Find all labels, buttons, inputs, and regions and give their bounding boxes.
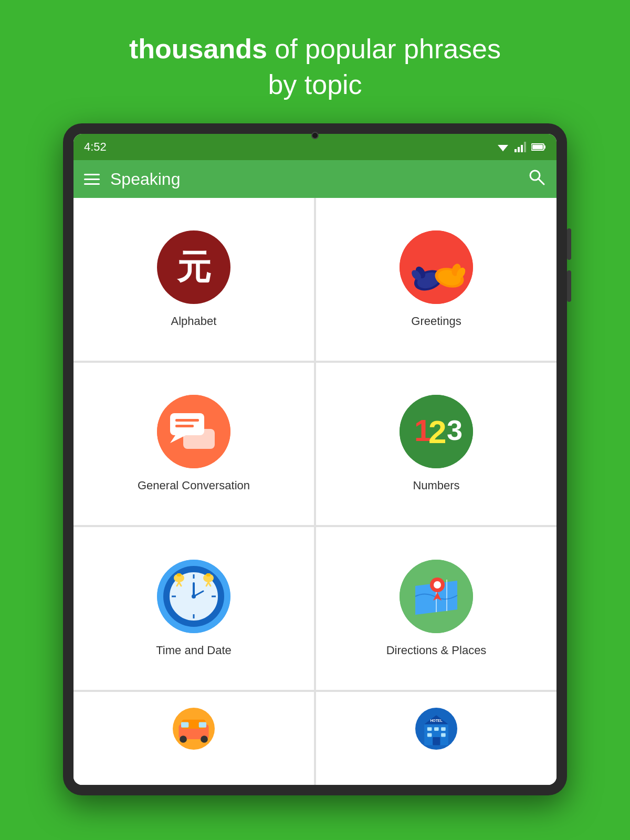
topic-general-conversation[interactable]: General Conversation [74, 363, 314, 526]
svg-text:2: 2 [428, 414, 446, 450]
hotel-icon-partial: HOTEL [400, 708, 473, 752]
status-icons [496, 142, 546, 152]
svg-point-57 [434, 581, 441, 589]
svg-rect-68 [427, 727, 432, 731]
directions-icon [400, 560, 473, 633]
side-buttons [567, 228, 571, 302]
header-bold-text: thousands [129, 34, 267, 64]
svg-rect-46 [177, 573, 181, 576]
conversation-icon [157, 395, 230, 468]
svg-point-13 [400, 230, 473, 304]
svg-rect-6 [524, 142, 526, 152]
topics-grid: 元 Alphabet [74, 198, 556, 785]
svg-rect-63 [181, 722, 188, 727]
directions-places-label: Directions & Places [386, 644, 487, 657]
wifi-icon [496, 142, 510, 152]
svg-point-43 [192, 594, 196, 598]
time-icon [157, 560, 230, 633]
svg-text:HOTEL: HOTEL [430, 719, 442, 722]
topic-transport-partial[interactable] [74, 692, 314, 785]
topic-time-and-date[interactable]: Time and Date [74, 527, 314, 690]
alphabet-label: Alphabet [171, 314, 217, 328]
svg-rect-5 [521, 145, 523, 152]
tablet-frame: 4:52 [63, 123, 567, 795]
svg-rect-9 [532, 145, 543, 149]
svg-rect-73 [433, 737, 440, 745]
hamburger-menu-button[interactable] [84, 174, 100, 185]
topic-numbers[interactable]: 1 2 3 Numbers [316, 363, 556, 526]
svg-rect-70 [441, 727, 446, 731]
svg-rect-64 [199, 722, 206, 727]
general-conversation-label: General Conversation [138, 479, 250, 492]
topic-hotel-partial[interactable]: HOTEL [316, 692, 556, 785]
topic-alphabet[interactable]: 元 Alphabet [74, 198, 314, 361]
battery-icon [531, 143, 546, 151]
search-button[interactable] [527, 167, 546, 191]
numbers-label: Numbers [413, 479, 459, 492]
app-title: Speaking [110, 170, 180, 189]
svg-rect-69 [434, 727, 439, 731]
svg-text:3: 3 [447, 414, 463, 446]
app-bar-left: Speaking [84, 170, 180, 189]
svg-rect-4 [518, 147, 520, 152]
header-normal-text: of popular phrasesby topic [267, 34, 501, 100]
volume-up-button[interactable] [567, 228, 571, 260]
svg-rect-27 [183, 429, 215, 449]
svg-point-61 [180, 736, 187, 743]
topic-directions-places[interactable]: Directions & Places [316, 527, 556, 690]
svg-text:元: 元 [176, 248, 211, 286]
screen: 4:52 [74, 134, 556, 785]
status-time: 4:52 [84, 140, 107, 154]
svg-rect-71 [427, 733, 432, 737]
svg-line-11 [538, 178, 544, 184]
svg-rect-8 [544, 145, 545, 149]
svg-rect-3 [514, 149, 517, 152]
alphabet-icon: 元 [157, 230, 230, 304]
svg-rect-47 [206, 573, 211, 576]
greetings-label: Greetings [411, 314, 461, 328]
svg-rect-25 [175, 419, 199, 422]
topic-greetings[interactable]: Greetings [316, 198, 556, 361]
greetings-icon [400, 230, 473, 304]
status-bar: 4:52 [74, 134, 556, 160]
app-bar: Speaking [74, 160, 556, 198]
header-section: thousands of popular phrasesby topic [108, 0, 522, 123]
svg-point-62 [201, 736, 208, 743]
svg-rect-72 [441, 733, 446, 737]
volume-down-button[interactable] [567, 270, 571, 302]
signal-icon [514, 142, 527, 152]
transport-icon-partial [157, 708, 230, 752]
time-and-date-label: Time and Date [156, 644, 231, 657]
svg-rect-26 [175, 425, 194, 427]
numbers-icon: 1 2 3 [400, 395, 473, 468]
